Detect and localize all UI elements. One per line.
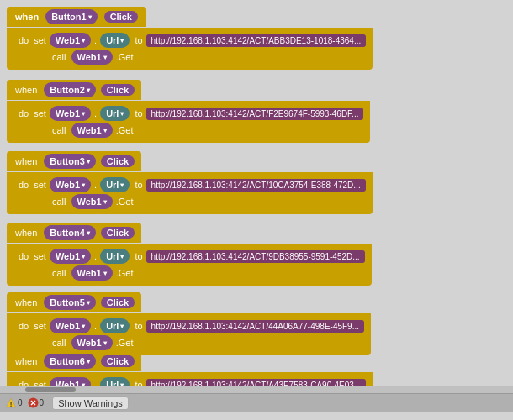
when-row-4: when Button4 ▾ Click bbox=[7, 223, 372, 243]
when-label-5: when bbox=[15, 297, 37, 307]
scrollbar-thumb[interactable] bbox=[25, 387, 76, 392]
set-label-2: set bbox=[34, 108, 46, 118]
block-group-5: when Button5 ▾ Click do set Web1 ▾ . Url… bbox=[7, 292, 371, 355]
when-block-1: when Button1 ▾ Click bbox=[7, 7, 146, 27]
click-label-2: Click bbox=[101, 84, 135, 96]
web1-pill-3a[interactable]: Web1 ▾ bbox=[50, 177, 91, 192]
when-label-6: when bbox=[15, 356, 37, 366]
click-label-3: Click bbox=[101, 155, 135, 167]
get-label-5: .Get bbox=[116, 338, 134, 348]
button1-pill[interactable]: Button1 ▾ bbox=[45, 9, 98, 24]
when-label: when bbox=[15, 12, 39, 22]
url-string-1: http://192.168.1.103:4142/ACT/ABB3DE13-1… bbox=[146, 34, 367, 47]
when-row-2: when Button2 ▾ Click bbox=[7, 80, 370, 100]
when-label-4: when bbox=[15, 228, 37, 238]
button6-pill[interactable]: Button6 ▾ bbox=[44, 354, 96, 369]
error-count: 0 bbox=[40, 398, 45, 407]
when-block-5: when Button5 ▾ Click bbox=[7, 292, 141, 312]
warning-count: 0 bbox=[18, 398, 23, 407]
get-label-4: .Get bbox=[116, 268, 134, 278]
url-string-2: http://192.168.1.103:4142/ACT/F2E9674F-5… bbox=[146, 108, 364, 120]
url-string-4: http://192.168.1.103:4142/ACT/9DB38955-9… bbox=[146, 250, 365, 263]
web1-pill-2a[interactable]: Web1 ▾ bbox=[50, 106, 91, 121]
url-pill-5[interactable]: Url ▾ bbox=[100, 318, 130, 333]
do-label-2: do bbox=[19, 108, 29, 118]
warning-area: ! 0 0 bbox=[5, 397, 49, 408]
block-group-1: when Button1 ▾ Click do set Web1 ▾ . Url… bbox=[7, 7, 373, 70]
to-label-3: to bbox=[135, 180, 142, 190]
do-block-3: do set Web1 ▾ . Url ▾ to http://192.168.… bbox=[7, 172, 373, 214]
button3-pill[interactable]: Button3 ▾ bbox=[44, 154, 96, 169]
get-label-2: .Get bbox=[116, 125, 134, 135]
when-block-4: when Button4 ▾ Click bbox=[7, 223, 141, 243]
error-circle-icon bbox=[28, 397, 39, 408]
workspace: when Button1 ▾ Click do set Web1 ▾ . Url… bbox=[0, 0, 513, 412]
url-pill-3[interactable]: Url ▾ bbox=[100, 177, 130, 192]
url-pill-2[interactable]: Url ▾ bbox=[100, 106, 130, 121]
button4-pill[interactable]: Button4 ▾ bbox=[44, 225, 96, 240]
do-label-4: do bbox=[19, 251, 29, 261]
do-block-5: do set Web1 ▾ . Url ▾ to http://192.168.… bbox=[7, 313, 371, 355]
url-string-3: http://192.168.1.103:4142/ACT/10CA3754-E… bbox=[146, 179, 366, 192]
do-block-1: do set Web1 ▾ . Url ▾ to http://192.168.… bbox=[7, 28, 373, 70]
web1-pill-1b[interactable]: Web1 ▾ bbox=[71, 50, 113, 65]
get-label-3: .Get bbox=[116, 197, 134, 207]
get-label-1: .Get bbox=[116, 52, 134, 62]
web1-pill-4a[interactable]: Web1 ▾ bbox=[50, 249, 91, 264]
triangle-warning-icon: ! bbox=[5, 397, 17, 408]
block-group-2: when Button2 ▾ Click do set Web1 ▾ . Url… bbox=[7, 80, 370, 143]
web1-pill-5a[interactable]: Web1 ▾ bbox=[50, 318, 91, 333]
when-row-3: when Button3 ▾ Click bbox=[7, 151, 373, 171]
set-label-1: set bbox=[34, 35, 46, 45]
when-label-3: when bbox=[15, 156, 37, 166]
block-group-4: when Button4 ▾ Click do set Web1 ▾ . Url… bbox=[7, 223, 372, 286]
web1-pill-4b[interactable]: Web1 ▾ bbox=[71, 265, 113, 281]
url-pill-4[interactable]: Url ▾ bbox=[100, 249, 130, 264]
when-label-2: when bbox=[15, 85, 37, 95]
horizontal-scrollbar[interactable] bbox=[0, 386, 513, 393]
when-block-3: when Button3 ▾ Click bbox=[7, 151, 141, 171]
call-label-2: call bbox=[52, 125, 66, 135]
call-label-1: call bbox=[52, 52, 66, 62]
bottom-bar: ! 0 0 Show Warnings bbox=[0, 393, 513, 412]
do-label-1: do bbox=[19, 35, 29, 45]
when-row-5: when Button5 ▾ Click bbox=[7, 292, 371, 312]
call-label-5: call bbox=[52, 338, 66, 348]
block-group-3: when Button3 ▾ Click do set Web1 ▾ . Url… bbox=[7, 151, 373, 214]
when-row-1: when Button1 ▾ Click bbox=[7, 7, 373, 27]
when-row-6: when Button6 ▾ Click bbox=[7, 351, 373, 371]
click-label-6: Click bbox=[101, 355, 135, 367]
call-label-3: call bbox=[52, 197, 66, 207]
to-label-5: to bbox=[135, 321, 142, 331]
when-block-6: when Button6 ▾ Click bbox=[7, 351, 141, 371]
button2-pill[interactable]: Button2 ▾ bbox=[44, 82, 96, 97]
show-warnings-button[interactable]: Show Warnings bbox=[52, 396, 129, 410]
click-label-5: Click bbox=[101, 297, 135, 308]
do-label-5: do bbox=[19, 321, 29, 331]
do-block-4: do set Web1 ▾ . Url ▾ to http://192.168.… bbox=[7, 244, 372, 286]
call-label-4: call bbox=[52, 268, 66, 278]
error-icon-group: 0 bbox=[28, 397, 45, 408]
to-label-2: to bbox=[135, 108, 142, 118]
warning-icon-group: ! 0 bbox=[5, 397, 23, 408]
set-label-3: set bbox=[34, 180, 46, 190]
set-label-4: set bbox=[34, 251, 46, 261]
web1-pill-2b[interactable]: Web1 ▾ bbox=[71, 123, 113, 138]
click-label-4: Click bbox=[101, 227, 135, 239]
to-label-1: to bbox=[135, 35, 142, 45]
web1-pill-5b[interactable]: Web1 ▾ bbox=[71, 335, 113, 350]
url-string-5: http://192.168.1.103:4142/ACT/44A06A77-4… bbox=[146, 320, 364, 333]
svg-text:!: ! bbox=[10, 401, 13, 408]
do-label-3: do bbox=[19, 180, 29, 190]
web1-pill-1a[interactable]: Web1 ▾ bbox=[50, 33, 91, 48]
do-block-2: do set Web1 ▾ . Url ▾ to http://192.168.… bbox=[7, 101, 370, 143]
set-label-5: set bbox=[34, 321, 46, 331]
url-pill-1[interactable]: Url ▾ bbox=[100, 33, 130, 48]
when-block-2: when Button2 ▾ Click bbox=[7, 80, 141, 100]
web1-pill-3b[interactable]: Web1 ▾ bbox=[71, 194, 113, 209]
click-label-1: Click bbox=[104, 11, 138, 23]
to-label-4: to bbox=[135, 251, 142, 261]
button5-pill[interactable]: Button5 ▾ bbox=[44, 295, 96, 310]
